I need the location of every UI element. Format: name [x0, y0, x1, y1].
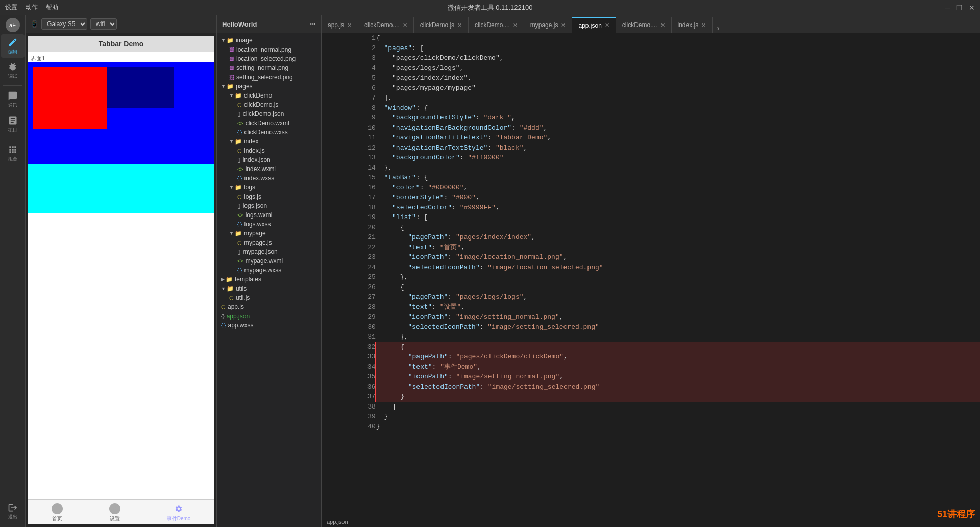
code-line-content[interactable]: "selectedIconPath": "image/location_sele…	[376, 262, 980, 273]
code-line-content[interactable]: }	[376, 392, 980, 402]
tree-item[interactable]: ⬡clickDemo.js	[217, 100, 321, 109]
tab-close-icon[interactable]: ✕	[660, 22, 665, 29]
code-line-content[interactable]: {	[376, 33, 980, 43]
code-line-content[interactable]: "window": {	[376, 103, 980, 113]
avatar[interactable]: aF	[6, 18, 20, 32]
code-line-content[interactable]: "iconPath": "image/location_normal.png",	[376, 252, 980, 262]
code-line-content[interactable]: "backgroundColor": "#ff0000"	[376, 153, 980, 163]
tree-item[interactable]: <>clickDemo.wxml	[217, 118, 321, 128]
close-button[interactable]: ✕	[969, 4, 975, 12]
restore-button[interactable]: ❐	[956, 4, 963, 12]
tree-item[interactable]: ▼📁logs	[217, 183, 321, 192]
sidebar-item-project[interactable]: 项目	[1, 112, 24, 136]
tree-item[interactable]: ⬡index.js	[217, 146, 321, 155]
code-line-content[interactable]: "text": "首页",	[376, 243, 980, 253]
tab-close-icon[interactable]: ✕	[347, 22, 352, 29]
tabs-overflow[interactable]: ›	[713, 23, 723, 33]
tree-item[interactable]: { }logs.wxss	[217, 220, 321, 229]
file-tree-menu-icon[interactable]: ···	[310, 20, 316, 28]
code-line-content[interactable]: "selectedColor": "#9999FF",	[376, 203, 980, 213]
tree-item[interactable]: { }index.wxss	[217, 174, 321, 183]
tree-item[interactable]: ▼📁clickDemo	[217, 91, 321, 100]
tab-close-icon[interactable]: ✕	[561, 22, 566, 29]
code-line-content[interactable]: "pages/mypage/mypage"	[376, 83, 980, 93]
code-line-content[interactable]: "pagePath": "pages/clickDemo/clickDemo",	[376, 352, 980, 362]
tree-item[interactable]: {}logs.json	[217, 201, 321, 210]
window-controls[interactable]: ─ ❐ ✕	[945, 4, 975, 12]
tab-close-icon[interactable]: ✕	[605, 22, 609, 29]
tree-item[interactable]: ⬡mypage.js	[217, 238, 321, 247]
tree-item[interactable]: ⬡app.js	[217, 302, 321, 312]
file-tree-content[interactable]: ▼📁image🖼location_normal.png🖼location_sel…	[217, 33, 321, 527]
code-line-content[interactable]: }	[376, 422, 980, 432]
code-line-content[interactable]: "borderStyle": "#000",	[376, 193, 980, 203]
tree-item[interactable]: <>index.wxml	[217, 164, 321, 174]
tree-item[interactable]: <>mypage.wxml	[217, 256, 321, 266]
code-line-content[interactable]: "selectedIconPath": "image/setting_selec…	[376, 322, 980, 332]
tree-item[interactable]: <>logs.wxml	[217, 210, 321, 220]
menu-bar[interactable]: 设置 动作 帮助	[5, 3, 58, 12]
editor-tab-click-demo-2[interactable]: clickDemo....✕	[469, 17, 524, 33]
menu-help[interactable]: 帮助	[46, 3, 58, 12]
code-line-content[interactable]: "tabBar": {	[376, 173, 980, 183]
code-line-content[interactable]: "pages/logs/logs",	[376, 63, 980, 74]
tree-item[interactable]: ⬡util.js	[217, 293, 321, 302]
code-line-content[interactable]: },	[376, 272, 980, 282]
sidebar-item-edit[interactable]: 编辑	[1, 34, 24, 58]
tree-item[interactable]: 🖼location_normal.png	[217, 45, 321, 54]
tree-item[interactable]: {}mypage.json	[217, 247, 321, 256]
tree-item[interactable]: ▼📁mypage	[217, 229, 321, 238]
editor-tab-app-js[interactable]: app.js✕	[322, 17, 358, 33]
code-line-content[interactable]: "pagePath": "pages/logs/logs",	[376, 292, 980, 302]
code-line-content[interactable]: "iconPath": "image/setting_normal.png",	[376, 312, 980, 322]
tree-item[interactable]: 🖼setting_selecred.png	[217, 73, 321, 82]
device-select[interactable]: Galaxy S5	[41, 18, 87, 30]
code-line-content[interactable]: "text": "事件Demo",	[376, 362, 980, 372]
code-line-content[interactable]: "navigationBarTitleText": "Tabbar Demo",	[376, 133, 980, 143]
sidebar-item-comm[interactable]: 通讯	[1, 88, 24, 111]
editor-tab-click-demo-js[interactable]: clickDemo.js✕	[414, 17, 469, 33]
code-line-content[interactable]: "pagePath": "pages/index/index",	[376, 232, 980, 243]
menu-actions[interactable]: 动作	[26, 3, 38, 12]
code-line-content[interactable]: ]	[376, 402, 980, 412]
code-line-content[interactable]: },	[376, 163, 980, 173]
code-line-content[interactable]: },	[376, 332, 980, 342]
tree-item[interactable]: { }app.wxss	[217, 321, 321, 330]
tree-item[interactable]: ▼📁image	[217, 36, 321, 45]
tree-item[interactable]: ▼📁pages	[217, 82, 321, 91]
sidebar-item-combine[interactable]: 组合	[1, 141, 24, 165]
code-line-content[interactable]: "pages": [	[376, 43, 980, 54]
editor-tab-app-json[interactable]: app.json✕	[572, 17, 616, 33]
code-line-content[interactable]: "navigationBarTextStyle": "black",	[376, 143, 980, 153]
tabbar-item-home[interactable]: 首页	[52, 503, 63, 522]
code-line-content[interactable]: "pages/index/index",	[376, 73, 980, 83]
editor-tab-index-js[interactable]: index.js✕	[672, 17, 713, 33]
tree-item[interactable]: { }mypage.wxss	[217, 266, 321, 275]
tree-item[interactable]: ▼📁index	[217, 137, 321, 146]
code-line-content[interactable]: {	[376, 282, 980, 293]
code-line-content[interactable]: }	[376, 412, 980, 422]
code-line-content[interactable]: {	[376, 342, 980, 352]
tree-item[interactable]: ▶📁templates	[217, 275, 321, 284]
tree-item[interactable]: {}index.json	[217, 155, 321, 164]
code-line-content[interactable]: "text": "设置",	[376, 302, 980, 313]
tree-item[interactable]: { }clickDemo.wxss	[217, 128, 321, 137]
editor-tab-click-demo-1[interactable]: clickDemo....✕	[358, 17, 414, 33]
code-line-content[interactable]: "list": [	[376, 212, 980, 223]
tab-close-icon[interactable]: ✕	[403, 22, 407, 29]
tree-item[interactable]: ⬡logs.js	[217, 192, 321, 201]
editor-tab-click-demo-3[interactable]: clickDemo....✕	[616, 17, 672, 33]
tab-close-icon[interactable]: ✕	[513, 22, 518, 29]
network-select[interactable]: wifi	[90, 18, 117, 30]
code-line-content[interactable]: ],	[376, 93, 980, 103]
tree-item[interactable]: ▼📁utils	[217, 284, 321, 293]
code-line-content[interactable]: "color": "#000000",	[376, 183, 980, 193]
editor-tab-mypage-js[interactable]: mypage.js✕	[524, 17, 573, 33]
editor-content[interactable]: 1{2 "pages": [3 "pages/clickDemo/clickDe…	[322, 33, 980, 516]
tabbar-item-settings[interactable]: 设置	[109, 503, 120, 522]
tree-item[interactable]: 🖼location_selected.png	[217, 54, 321, 63]
code-line-content[interactable]: "navigationBarBackgroundColor": "#ddd",	[376, 123, 980, 133]
tree-item[interactable]: {}app.json	[217, 312, 321, 321]
code-line-content[interactable]: "backgroundTextStyle": "dark ",	[376, 113, 980, 123]
tree-item[interactable]: {}clickDemo.json	[217, 109, 321, 118]
